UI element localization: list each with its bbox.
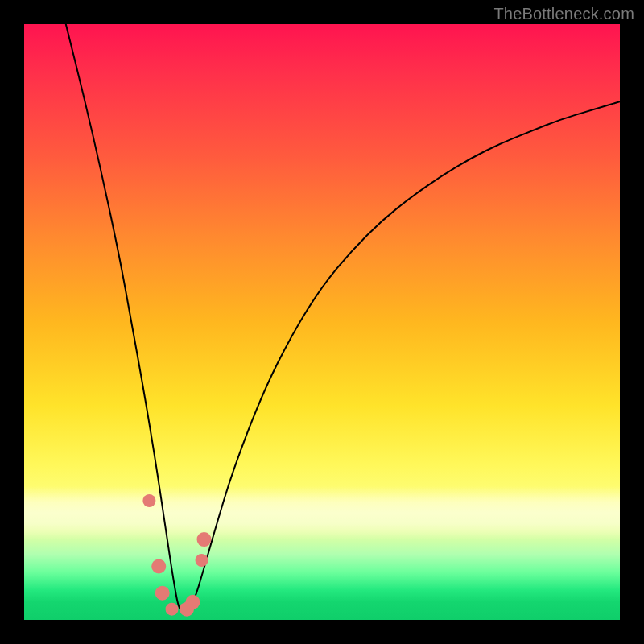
highlight-dot <box>151 559 166 573</box>
highlight-dot <box>142 494 155 507</box>
watermark-text: TheBottleneck.com <box>493 5 634 23</box>
plot-area <box>24 24 620 620</box>
highlight-dot <box>196 532 211 547</box>
highlight-dot <box>166 603 179 616</box>
curve-svg <box>24 24 620 620</box>
highlight-dot <box>185 595 200 609</box>
highlight-dot <box>196 554 208 567</box>
highlight-dot <box>155 586 170 601</box>
chart-stage: TheBottleneck.com <box>0 0 644 644</box>
bottleneck-curve-path <box>66 24 620 611</box>
